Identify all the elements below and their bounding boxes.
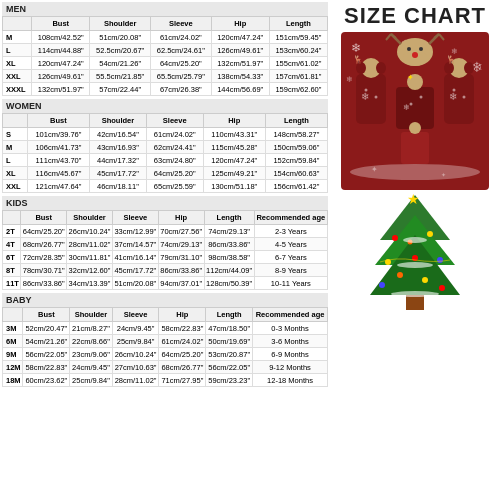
table-row: 8T78cm/30.71"32cm/12.60"45cm/17.72"86cm/… (3, 264, 328, 277)
table-cell: 65.5cm/25.79" (150, 70, 211, 83)
table-cell: 86cm/33.86" (158, 264, 204, 277)
table-cell: 62.5cm/24.61" (150, 44, 211, 57)
table-cell: 24cm/9.45" (70, 361, 112, 374)
table-cell: 51cm/20.08" (90, 31, 151, 44)
men-table: Bust Shoulder Sleeve Hip Length M108cm/4… (2, 16, 328, 96)
svg-point-55 (397, 272, 403, 278)
table-cell: 24cm/9.45" (112, 322, 159, 335)
table-cell: 9M (3, 348, 23, 361)
table-cell: 22cm/8.66" (70, 335, 112, 348)
svg-point-27 (409, 122, 421, 134)
table-cell: 56cm/22.05" (23, 348, 70, 361)
kids-col-hip: Hip (158, 211, 204, 225)
svg-text:❄: ❄ (346, 75, 353, 84)
women-col-sleeve: Sleeve (146, 114, 203, 128)
baby-col-shoulder: Shoulder (70, 308, 112, 322)
table-row: 12M58cm/22.83"24cm/9.45"27cm/10.63"68cm/… (3, 361, 328, 374)
svg-point-56 (422, 277, 428, 283)
table-cell: 6-7 Years (254, 251, 327, 264)
table-cell: 45cm/17.72" (89, 167, 146, 180)
size-chart-title: SIZE CHART (344, 4, 486, 28)
table-cell: 126cm/49.61" (211, 44, 269, 57)
table-cell: 150cm/59.06" (265, 141, 327, 154)
table-cell: XXL (3, 180, 28, 193)
table-cell: 156cm/61.42" (265, 180, 327, 193)
table-cell: 61cm/24.02" (150, 31, 211, 44)
table-row: L114cm/44.88"52.5cm/20.67"62.5cm/24.61"1… (3, 44, 328, 57)
kids-col-recommended: Recommended age (254, 211, 327, 225)
table-cell: 53cm/20.87" (206, 348, 253, 361)
table-cell: 0-3 Months (253, 322, 328, 335)
left-panel: MEN Bust Shoulder Sleeve Hip Length M108… (0, 0, 330, 500)
svg-point-40 (453, 89, 456, 92)
table-cell: 8-9 Years (254, 264, 327, 277)
table-row: XL116cm/45.67"45cm/17.72"64cm/25.20"125c… (3, 167, 328, 180)
table-cell: 6M (3, 335, 23, 348)
table-cell: 74cm/29.13" (158, 238, 204, 251)
table-row: 11T86cm/33.86"34cm/13.39"51cm/20.08"94cm… (3, 277, 328, 290)
kids-table: Bust Shoulder Sleeve Hip Length Recommen… (2, 210, 328, 290)
svg-point-49 (392, 235, 398, 241)
table-cell: 94cm/37.01" (158, 277, 204, 290)
table-cell: 154cm/60.63" (265, 167, 327, 180)
table-cell: 159cm/62.60" (269, 83, 327, 96)
women-header: WOMEN (2, 99, 328, 113)
men-header: MEN (2, 2, 328, 16)
table-cell: 8T (3, 264, 21, 277)
table-cell: 152cm/59.84" (265, 154, 327, 167)
table-cell: 47cm/18.50" (206, 322, 253, 335)
table-cell: 9-12 Months (253, 361, 328, 374)
table-cell: 61cm/24.02" (159, 335, 206, 348)
table-cell: 70cm/27.56" (158, 225, 204, 238)
table-cell: 108cm/42.52" (32, 31, 90, 44)
table-row: 6M54cm/21.26"22cm/8.66"25cm/9.84"61cm/24… (3, 335, 328, 348)
svg-text:✦: ✦ (441, 172, 446, 178)
table-row: XXXL132cm/51.97"57cm/22.44"67cm/26.38"14… (3, 83, 328, 96)
table-cell: 101cm/39.76" (27, 128, 89, 141)
table-row: M108cm/42.52"51cm/20.08"61cm/24.02"120cm… (3, 31, 328, 44)
table-cell: 64cm/25.20" (146, 167, 203, 180)
table-cell: 144cm/56.69" (211, 83, 269, 96)
table-cell: 12-18 Months (253, 374, 328, 387)
table-cell: 21cm/8.27" (70, 322, 112, 335)
table-cell: 56cm/22.05" (206, 361, 253, 374)
table-cell: 120cm/47.24" (32, 57, 90, 70)
svg-point-31 (464, 62, 474, 74)
svg-point-43 (420, 96, 423, 99)
svg-point-54 (437, 257, 443, 263)
svg-text:🦌: 🦌 (353, 54, 363, 64)
table-cell: 60cm/23.62" (23, 374, 70, 387)
svg-text:✦: ✦ (407, 73, 414, 82)
table-cell: XL (3, 167, 28, 180)
svg-text:★: ★ (407, 191, 420, 207)
table-cell: 130cm/51.18" (203, 180, 265, 193)
family-illustration: ❄ ❄ ❄ ❄ ❄ ❄ ❄ ❄ (341, 32, 489, 190)
table-cell: 44cm/17.32" (89, 154, 146, 167)
table-cell: 6T (3, 251, 21, 264)
table-cell: 58cm/22.83" (159, 322, 206, 335)
table-cell: 12M (3, 361, 23, 374)
table-cell: 151cm/59.45" (269, 31, 327, 44)
table-cell: 52cm/20.47" (23, 322, 70, 335)
table-cell: 57cm/22.44" (90, 83, 151, 96)
table-cell: 68cm/26.77" (159, 361, 206, 374)
women-col-hip: Hip (203, 114, 265, 128)
table-cell: 63cm/24.80" (146, 154, 203, 167)
svg-rect-26 (401, 132, 429, 164)
svg-text:❄: ❄ (449, 91, 457, 102)
table-cell: 120cm/47.24" (203, 154, 265, 167)
svg-point-14 (407, 47, 411, 51)
table-cell: 18M (3, 374, 23, 387)
table-cell: 3-6 Months (253, 335, 328, 348)
table-cell: 120cm/47.24" (211, 31, 269, 44)
women-col-size (3, 114, 28, 128)
table-cell: 23cm/9.06" (70, 348, 112, 361)
svg-point-50 (427, 231, 433, 237)
svg-text:❄: ❄ (361, 91, 369, 102)
table-cell: 79cm/31.10" (158, 251, 204, 264)
svg-point-42 (410, 103, 413, 106)
table-cell: 64cm/25.20" (159, 348, 206, 361)
table-cell: 148cm/58.27" (265, 128, 327, 141)
table-row: M106cm/41.73"43cm/16.93"62cm/24.41"115cm… (3, 141, 328, 154)
table-cell: 65cm/25.59" (146, 180, 203, 193)
